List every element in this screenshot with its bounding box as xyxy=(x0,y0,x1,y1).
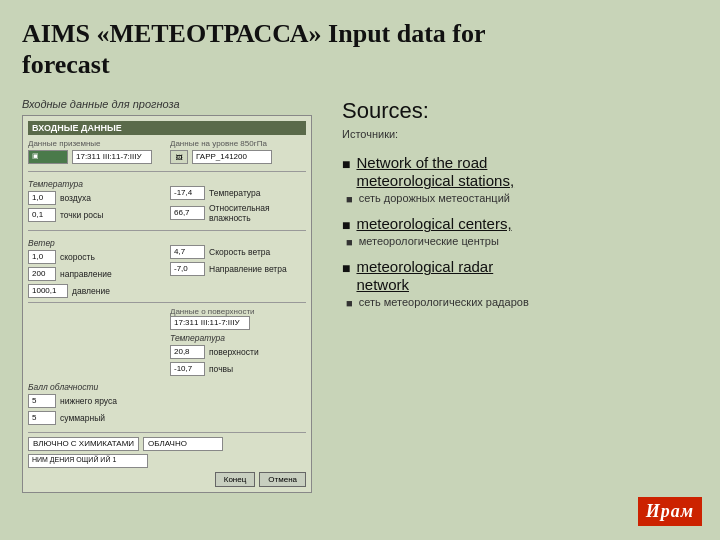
t-vozdukha-row: 1,0 воздуха xyxy=(28,191,164,205)
bullet-underline-1: Network of the roadmeteorological statio… xyxy=(356,154,514,189)
temp2-row: -17,4 Температура xyxy=(170,186,306,200)
wind-two-col: Ветер 1,0 скорость 200 направление xyxy=(28,235,306,284)
bullet-text-main-2: meteorological centers, xyxy=(356,215,511,233)
speed-input[interactable]: 1,0 xyxy=(28,250,56,264)
page-title: AIMS «МЕТЕОТРАССА» Input data for foreca… xyxy=(22,18,698,80)
winddir2-input[interactable]: -7,0 xyxy=(170,262,205,276)
humidity-input[interactable]: 66,7 xyxy=(170,206,205,220)
pressure-label: давление xyxy=(72,286,110,296)
himikaty-box[interactable]: ВЛЮЧНО С ХИМИКАТАМИ xyxy=(28,437,139,451)
right-panel: Sources: Источники: ■ Network of the roa… xyxy=(332,98,698,526)
snow2-input[interactable]: 20,8 xyxy=(170,345,205,359)
surface-col-left xyxy=(28,307,164,379)
temp-col-left: Температура 1,0 воздуха 0,1 точки росы xyxy=(28,176,164,226)
bullet-main-2: ■ meteorological centers, xyxy=(342,215,698,233)
windspeed2-input[interactable]: 4,7 xyxy=(170,245,205,259)
bullet-dot-3: ■ xyxy=(342,260,350,276)
temp-col-right: -17,4 Температура 66,7 Относительная вла… xyxy=(170,176,306,226)
pressure-row: 1000,1 давление xyxy=(28,284,306,298)
bullet-text-sub-1: сеть дорожных метеостанций xyxy=(359,192,510,204)
bullet-dot-small-2: ■ xyxy=(346,236,353,248)
date-field1[interactable]: 17:311 III:11-7:IIIУ xyxy=(72,150,152,164)
date2-row: 17:311 III:11-7:IIIУ xyxy=(170,316,306,330)
col2-header: Данные на уровне 850гПа xyxy=(170,139,306,148)
otmena-button[interactable]: Отмена xyxy=(259,472,306,487)
t-tochki-row: 0,1 точки росы xyxy=(28,208,164,222)
snow-input[interactable]: 5 xyxy=(28,394,56,408)
wind-col-left: Ветер 1,0 скорость 200 направление xyxy=(28,235,164,284)
cloud-section: Балл облачности 5 нижнего яруса 5 суммар… xyxy=(28,379,306,428)
bullet-sub-3: ■ сеть метеорологических радаров xyxy=(346,296,698,309)
cara-badge: Ирам xyxy=(638,497,702,526)
bullet-block-2: ■ meteorological centers, ■ метеорологич… xyxy=(342,215,698,248)
bullet-dot-small-3: ■ xyxy=(346,297,353,309)
windspeed2-label: Скорость ветра xyxy=(209,247,270,257)
veter-label: Ветер xyxy=(28,238,164,248)
surface-header: Данные о поверхности xyxy=(170,307,306,316)
wind-col-right: 4,7 Скорость ветра -7,0 Направление ветр… xyxy=(170,235,306,284)
speed-row: 1,0 скорость xyxy=(28,250,164,264)
t-vozdukha-input[interactable]: 1,0 xyxy=(28,191,56,205)
bullet-main-1: ■ Network of the roadmeteorological stat… xyxy=(342,154,698,190)
pressure-input[interactable]: 1000,1 xyxy=(28,284,68,298)
snow2-row: 20,8 поверхности xyxy=(170,345,306,359)
humidity-row: 66,7 Относительная влажность xyxy=(170,203,306,223)
temp-label: Температура xyxy=(28,179,164,189)
page: AIMS «МЕТЕОТРАССА» Input data for foreca… xyxy=(0,0,720,540)
temp2-input[interactable]: -17,4 xyxy=(170,186,205,200)
windspeed2-row: 4,7 Скорость ветра xyxy=(170,245,306,259)
snow3-input[interactable]: -10,7 xyxy=(170,362,205,376)
bullet-text-sub-3: сеть метеорологических радаров xyxy=(359,296,529,308)
snow-label: нижнего яруса xyxy=(60,396,117,406)
surface-two-col: Данные о поверхности 17:311 III:11-7:III… xyxy=(28,307,306,379)
nim-field[interactable]: НИМ ДЕНИЯ ОЩИЙ ИЙ 1 xyxy=(28,454,148,468)
bullet-underline-2: meteorological centers, xyxy=(356,215,511,232)
date-indicator: ▣ xyxy=(28,150,68,164)
snow3-row: -10,7 почвы xyxy=(170,362,306,376)
oblachno-box[interactable]: ОБЛАЧНО xyxy=(143,437,223,451)
col-left: Данные приземные ▣ 17:311 III:11-7:IIIУ xyxy=(28,139,164,167)
snow3-label: почвы xyxy=(209,364,233,374)
left-panel: Входные данные для прогноза ВХОДНЫЕ ДАНН… xyxy=(22,98,312,526)
dir-row: 200 направление xyxy=(28,267,164,281)
form-header: ВХОДНЫЕ ДАННЫЕ xyxy=(28,121,306,135)
left-label: Входные данные для прогноза xyxy=(22,98,312,110)
bullet-text-main-3: meteorological radarnetwork xyxy=(356,258,493,294)
cloud-right xyxy=(170,379,306,428)
winddir2-row: -7,0 Направление ветра xyxy=(170,262,306,276)
top-two-col: Данные приземные ▣ 17:311 III:11-7:IIIУ … xyxy=(28,139,306,167)
dir-input[interactable]: 200 xyxy=(28,267,56,281)
temp-section2-label: Температура xyxy=(170,333,306,343)
bullet-sub-2: ■ метеорологические центры xyxy=(346,235,698,248)
t-tochki-input[interactable]: 0,1 xyxy=(28,208,56,222)
bullet-dot-1: ■ xyxy=(342,156,350,172)
snow2-label: поверхности xyxy=(209,347,259,357)
sources-title: Sources: xyxy=(342,98,698,124)
sources-subtitle: Источники: xyxy=(342,128,698,140)
speed-label: скорость xyxy=(60,252,95,262)
bottom-buttons: Конец Отмена xyxy=(28,472,306,487)
field1[interactable]: ГАРР_141200 xyxy=(192,150,272,164)
date-field2[interactable]: 17:311 III:11-7:IIIУ xyxy=(170,316,250,330)
bullet-block-1: ■ Network of the roadmeteorological stat… xyxy=(342,154,698,205)
col-right: Данные на уровне 850гПа 🖼 ГАРР_141200 xyxy=(170,139,306,167)
surface-col-right: Данные о поверхности 17:311 III:11-7:III… xyxy=(170,307,306,379)
konets-button[interactable]: Конец xyxy=(215,472,256,487)
main-content: Входные данные для прогноза ВХОДНЫЕ ДАНН… xyxy=(22,98,698,526)
bullet-dot-2: ■ xyxy=(342,217,350,233)
bullet-text-sub-2: метеорологические центры xyxy=(359,235,499,247)
icon-btn1[interactable]: 🖼 xyxy=(170,150,188,164)
nim-row: НИМ ДЕНИЯ ОЩИЙ ИЙ 1 xyxy=(28,454,306,468)
humidity-label: Относительная влажность xyxy=(209,203,306,223)
temp2-label: Температура xyxy=(209,188,260,198)
t-tochki-label: точки росы xyxy=(60,210,103,220)
cloud-left: Балл облачности 5 нижнего яруса 5 суммар… xyxy=(28,379,164,428)
himikaty-row: ВЛЮЧНО С ХИМИКАТАМИ ОБЛАЧНО xyxy=(28,437,306,451)
bullet-block-3: ■ meteorological radarnetwork ■ сеть мет… xyxy=(342,258,698,309)
bullet-text-main-1: Network of the roadmeteorological statio… xyxy=(356,154,514,190)
total-input[interactable]: 5 xyxy=(28,411,56,425)
bullet-sub-1: ■ сеть дорожных метеостанций xyxy=(346,192,698,205)
snow-row: 5 нижнего яруса xyxy=(28,394,164,408)
dir-label: направление xyxy=(60,269,112,279)
date-row2: 🖼 ГАРР_141200 xyxy=(170,150,306,164)
